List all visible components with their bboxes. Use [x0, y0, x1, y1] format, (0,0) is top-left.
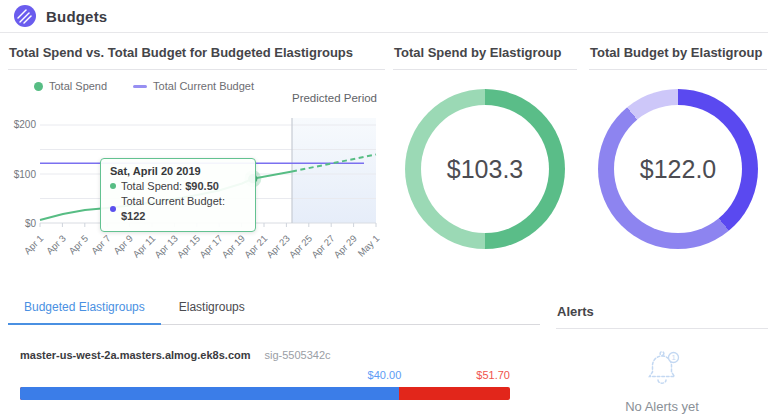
spotinst-logo-icon[interactable] [14, 5, 36, 27]
tooltip-budget-row: Total Current Budget: $122 [110, 194, 246, 224]
budget-bar-fill [20, 387, 399, 400]
svg-text:Apr 7: Apr 7 [89, 233, 113, 257]
budget-bar-labels: $40.00 $51.70 [20, 369, 510, 385]
svg-text:Apr 23: Apr 23 [264, 233, 292, 261]
no-alerts-text: No Alerts yet [625, 399, 699, 414]
svg-text:Apr 29: Apr 29 [331, 233, 359, 261]
tooltip-spend-row: Total Spend: $90.50 [110, 179, 246, 194]
spend-amount-label: $51.70 [476, 369, 510, 381]
svg-text:Apr 21: Apr 21 [242, 233, 270, 261]
budget-amount-label: $40.00 [368, 369, 402, 381]
svg-text:Apr 19: Apr 19 [219, 233, 247, 261]
total-budget-donut-title: Total Budget by Elastigroup [589, 33, 767, 70]
alerts-section: Alerts 1 No Alerts yet [556, 292, 768, 414]
budget-bullet-icon [110, 206, 116, 212]
svg-text:Apr 15: Apr 15 [175, 233, 203, 261]
alerts-title: Alerts [556, 292, 768, 329]
predicted-region [292, 118, 376, 223]
legend-total-current-budget[interactable]: Total Current Budget [133, 80, 254, 92]
svg-text:Apr 25: Apr 25 [287, 233, 315, 261]
total-budget-donut[interactable]: $122.0 [598, 89, 758, 249]
total-budget-value: $122.0 [598, 89, 758, 249]
svg-text:$0: $0 [25, 218, 37, 229]
legend-total-spend[interactable]: Total Spend [34, 80, 107, 92]
elastigroup-sig: sig-5505342c [265, 349, 331, 361]
app-header: Budgets [0, 0, 768, 33]
elastigroup-row[interactable]: master-us-west-2a.masters.almog.ek8s.com… [8, 325, 540, 400]
tooltip-date: Sat, April 20 2019 [110, 165, 246, 177]
svg-text:Apr 5: Apr 5 [66, 233, 90, 257]
spend-bullet-icon [110, 183, 116, 189]
budget-bar[interactable] [20, 387, 510, 400]
total-spend-donut-title: Total Spend by Elastigroup [393, 33, 577, 70]
legend-line-icon [133, 85, 147, 88]
elastigroup-name: master-us-west-2a.masters.almog.ek8s.com [20, 349, 251, 361]
page-title: Budgets [46, 8, 107, 25]
svg-text:May 1: May 1 [355, 233, 381, 259]
svg-text:Apr 27: Apr 27 [309, 233, 337, 261]
total-spend-donut[interactable]: $103.3 [405, 89, 565, 249]
total-spend-value: $103.3 [405, 89, 565, 249]
tab-elastigroups[interactable]: Elastigroups [163, 292, 261, 325]
elastigroups-section: Budgeted Elastigroups Elastigroups maste… [8, 292, 540, 400]
chart-tooltip: Sat, April 20 2019 Total Spend: $90.50 T… [100, 158, 256, 232]
tab-budgeted-elastigroups[interactable]: Budgeted Elastigroups [8, 292, 161, 325]
svg-text:Apr 3: Apr 3 [44, 233, 68, 257]
svg-text:Apr 17: Apr 17 [197, 233, 225, 261]
legend-dot-icon [34, 82, 43, 91]
spend-chart-plot[interactable]: $200 $100 $0 Apr 1 Apr 3 Apr 5 Apr 7 Apr… [8, 98, 385, 266]
total-budget-donut-section: Total Budget by Elastigroup $122.0 [589, 33, 767, 256]
svg-text:Apr 1: Apr 1 [22, 233, 46, 257]
svg-text:Apr 11: Apr 11 [130, 233, 157, 260]
chart-legend: Total Spend Total Current Budget [34, 80, 385, 92]
svg-text:$100: $100 [14, 169, 37, 180]
elastigroups-tabs: Budgeted Elastigroups Elastigroups [8, 292, 540, 325]
spend-vs-budget-section: Total Spend vs. Total Budget for Budgete… [8, 33, 385, 266]
bell-icon: 1 [639, 345, 685, 391]
svg-text:Apr 13: Apr 13 [152, 233, 180, 261]
total-spend-donut-section: Total Spend by Elastigroup $103.3 [393, 33, 577, 256]
svg-text:1: 1 [671, 353, 675, 362]
spend-chart-title: Total Spend vs. Total Budget for Budgete… [8, 33, 385, 70]
svg-text:$200: $200 [14, 119, 37, 130]
